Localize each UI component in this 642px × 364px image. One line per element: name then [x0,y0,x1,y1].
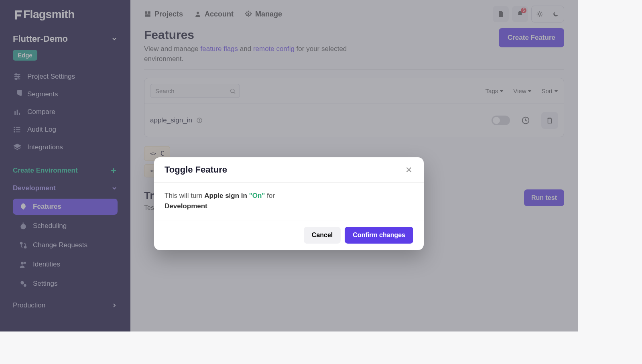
close-icon[interactable] [404,165,413,174]
cancel-button[interactable]: Cancel [304,227,341,244]
confirm-changes-button[interactable]: Confirm changes [345,227,413,244]
modal-title: Toggle Feature [165,165,227,175]
toggle-feature-modal: Toggle Feature This will turn Apple sign… [154,157,424,250]
modal-body: This will turn Apple sign in "On" for De… [154,183,424,220]
modal-overlay[interactable]: Toggle Feature This will turn Apple sign… [0,0,578,331]
